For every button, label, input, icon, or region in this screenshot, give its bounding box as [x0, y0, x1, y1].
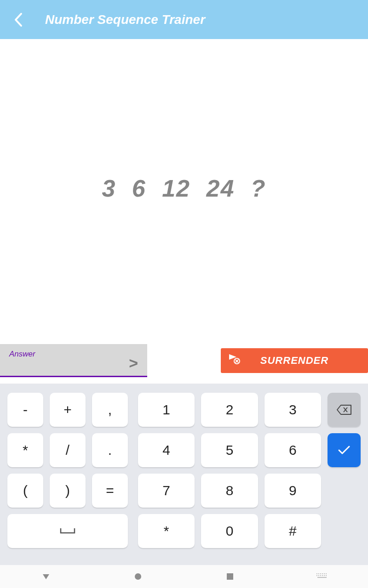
- key-7[interactable]: 7: [138, 474, 195, 508]
- svg-rect-7: [324, 573, 325, 574]
- svg-point-1: [135, 573, 141, 580]
- nav-home[interactable]: [129, 567, 147, 586]
- surrender-flag-icon: [228, 353, 242, 368]
- key-6[interactable]: 6: [264, 433, 321, 467]
- surrender-button[interactable]: SURRENDER: [221, 348, 368, 373]
- key-empty-2: [328, 514, 361, 548]
- key-asterisk[interactable]: *: [7, 433, 43, 467]
- key-slash[interactable]: /: [50, 433, 86, 467]
- app-header: Number Sequence Trainer: [0, 0, 368, 39]
- page-title: Number Sequence Trainer: [45, 12, 205, 27]
- svg-rect-10: [318, 575, 319, 576]
- key-space[interactable]: [7, 514, 128, 548]
- svg-rect-5: [320, 573, 321, 574]
- triangle-down-icon: [41, 572, 51, 581]
- svg-rect-14: [326, 575, 327, 576]
- key-paren-open[interactable]: (: [7, 474, 43, 508]
- sequence-text: 3 6 12 24 ?: [102, 175, 266, 202]
- svg-rect-6: [322, 573, 323, 574]
- key-comma[interactable]: ,: [92, 393, 128, 427]
- svg-rect-9: [316, 575, 317, 576]
- key-5[interactable]: 5: [201, 433, 258, 467]
- square-icon: [226, 572, 234, 581]
- svg-rect-8: [326, 573, 327, 574]
- key-dot[interactable]: .: [92, 433, 128, 467]
- key-minus[interactable]: -: [7, 393, 43, 427]
- keyboard: - + , * / . ( ) = 1 2 3 4 5 6 7 8 9 * 0 …: [0, 384, 368, 565]
- key-2[interactable]: 2: [201, 393, 258, 427]
- answer-label: Answer: [9, 350, 35, 359]
- svg-rect-3: [316, 573, 317, 574]
- svg-rect-4: [318, 573, 319, 574]
- nav-keyboard-toggle[interactable]: [313, 567, 331, 586]
- key-9[interactable]: 9: [264, 474, 321, 508]
- backspace-icon: [336, 404, 352, 415]
- key-1[interactable]: 1: [138, 393, 195, 427]
- system-navbar: [0, 565, 368, 588]
- key-0[interactable]: 0: [201, 514, 258, 548]
- circle-icon: [133, 572, 143, 581]
- answer-input[interactable]: Answer >: [0, 344, 147, 377]
- space-icon: [60, 527, 75, 535]
- key-4[interactable]: 4: [138, 433, 195, 467]
- key-plus[interactable]: +: [50, 393, 86, 427]
- check-icon: [338, 445, 351, 455]
- svg-rect-11: [320, 575, 321, 576]
- key-hash[interactable]: #: [264, 514, 321, 548]
- key-empty: [328, 474, 361, 508]
- keyboard-icon: [316, 573, 328, 580]
- key-star[interactable]: *: [138, 514, 195, 548]
- back-button[interactable]: [9, 11, 28, 29]
- key-enter[interactable]: [328, 433, 361, 467]
- key-equals[interactable]: =: [92, 474, 128, 508]
- input-row: Answer > SURRENDER: [0, 338, 368, 384]
- svg-rect-13: [324, 575, 325, 576]
- chevron-left-icon: [13, 12, 23, 27]
- key-8[interactable]: 8: [201, 474, 258, 508]
- nav-back[interactable]: [37, 567, 55, 586]
- key-backspace[interactable]: [328, 393, 361, 427]
- surrender-label: SURRENDER: [260, 355, 328, 367]
- key-paren-close[interactable]: ): [50, 474, 86, 508]
- keypad-operators: - + , * / . ( ) =: [7, 393, 128, 558]
- key-3[interactable]: 3: [264, 393, 321, 427]
- svg-rect-12: [322, 575, 323, 576]
- svg-rect-15: [317, 577, 327, 578]
- nav-recent[interactable]: [221, 567, 239, 586]
- sequence-display: 3 6 12 24 ?: [0, 39, 368, 338]
- keypad-numbers: 1 2 3 4 5 6 7 8 9 * 0 #: [138, 393, 361, 558]
- svg-rect-2: [227, 573, 233, 580]
- caret-icon: >: [129, 354, 138, 372]
